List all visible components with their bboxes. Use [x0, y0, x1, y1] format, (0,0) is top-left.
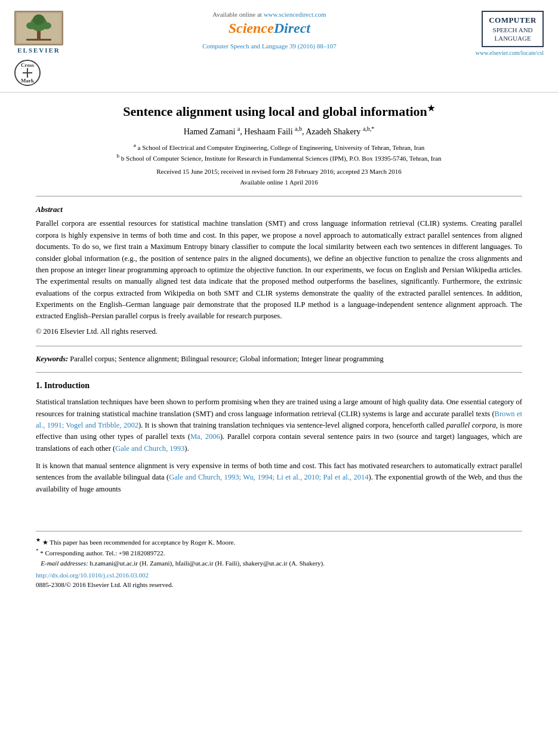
- intro-paragraph-1: Statistical translation techniques have …: [36, 397, 522, 454]
- footnote-star-text: ★ ★ This paper has been recommended for …: [36, 536, 522, 547]
- doi-link[interactable]: http://dx.doi.org/10.1016/j.csl.2016.03.…: [36, 571, 522, 579]
- email-faili[interactable]: hfaili@ut.ac.ir: [175, 560, 214, 567]
- divider-3: [36, 372, 522, 373]
- title-section: Sentence alignment using local and globa…: [36, 103, 522, 188]
- divider-1: [36, 196, 522, 196]
- paper-title: Sentence alignment using local and globa…: [36, 103, 522, 119]
- elsevier-logo-svg: [14, 11, 63, 45]
- svg-point-4: [26, 22, 36, 29]
- journal-info: Computer Speech and Language 39 (2016) 8…: [202, 42, 337, 50]
- footer: ★ ★ This paper has been recommended for …: [36, 531, 522, 588]
- dates: Received 15 June 2015; received in revis…: [36, 167, 522, 188]
- ref-gale-church-1993[interactable]: Gale and Church, 1993: [115, 444, 184, 453]
- footnote-emails: E-mail addresses: h.zamani@ut.ac.ir (H. …: [36, 558, 522, 568]
- sciencedirect-logo: ScienceDirect: [229, 20, 310, 36]
- elsevier-brand: ELSEVIER: [17, 47, 60, 54]
- header-left: ELSEVIER Cross Mark: [14, 11, 63, 86]
- svg-point-5: [42, 22, 51, 29]
- email-shakery[interactable]: shakery@ut.ac.ir: [243, 560, 288, 567]
- page: ELSEVIER Cross Mark Available online at …: [0, 0, 558, 756]
- sciencedirect-url[interactable]: www.sciencedirect.com: [264, 11, 326, 18]
- affiliations: a a School of Electrical and Computer En…: [36, 142, 522, 163]
- ref-gale-wu[interactable]: Gale and Church, 1993; Wu, 1994; Li et a…: [169, 473, 368, 481]
- intro-paragraph-2: It is known that manual sentence alignme…: [36, 460, 522, 495]
- intro-heading: 1. Introduction: [36, 381, 522, 391]
- footer-issn: 0885-2308/© 2016 Elsevier Ltd. All right…: [36, 581, 522, 588]
- footnote-star: ★: [427, 104, 435, 113]
- footnote-corresponding: * * Corresponding author. Tel.: +98 2182…: [36, 547, 522, 558]
- main-content: Sentence alignment using local and globa…: [0, 93, 558, 513]
- abstract-section: Abstract Parallel corpora are essential …: [36, 205, 522, 337]
- keywords-section: Keywords: Parallel corpus; Sentence alig…: [36, 355, 522, 364]
- header-right: COMPUTER SPEECH AND LANGUAGE www.elsevie…: [476, 11, 544, 56]
- ref-ma-2006[interactable]: Ma, 2006: [190, 432, 220, 441]
- elsevier-logo: ELSEVIER: [14, 11, 63, 54]
- authors: Hamed Zamani a, Heshaam Faili a,b, Azade…: [36, 125, 522, 137]
- header: ELSEVIER Cross Mark Available online at …: [0, 0, 558, 93]
- keywords-label: Keywords:: [36, 355, 68, 363]
- email-zamani[interactable]: h.zamani@ut.ac.ir: [90, 560, 138, 567]
- copyright-text: © 2016 Elsevier Ltd. All rights reserved…: [36, 326, 522, 337]
- abstract-label: Abstract: [36, 205, 522, 214]
- available-online-text: Available online at www.sciencedirect.co…: [212, 11, 326, 18]
- journal-box: COMPUTER SPEECH AND LANGUAGE: [482, 11, 544, 47]
- abstract-text: Parallel corpora are essential resources…: [36, 218, 522, 322]
- divider-2: [36, 346, 522, 346]
- header-center: Available online at www.sciencedirect.co…: [63, 11, 476, 50]
- journal-box-title-line3: LANGUAGE: [489, 34, 537, 42]
- journal-box-title-line2: SPEECH AND: [489, 26, 537, 34]
- svg-rect-6: [26, 39, 51, 41]
- elsevier-url: www.elsevier.com/locate/csl: [476, 50, 544, 56]
- crossmark-icon: Cross Mark: [14, 60, 41, 86]
- keywords-text: Parallel corpus; Sentence alignment; Bil…: [70, 355, 384, 363]
- journal-box-title-line1: COMPUTER: [489, 16, 537, 26]
